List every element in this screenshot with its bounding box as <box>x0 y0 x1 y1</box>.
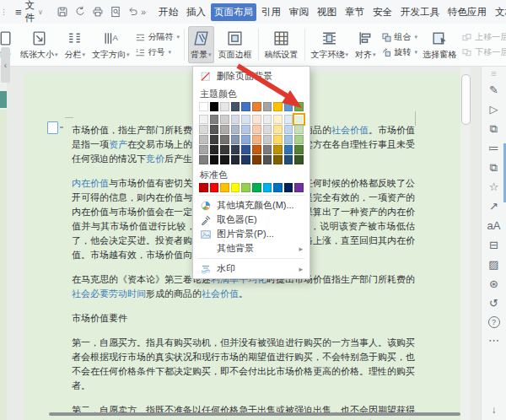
theme-tint-swatch[interactable] <box>294 135 304 144</box>
theme-tint-swatch[interactable] <box>210 145 219 154</box>
theme-tint-swatch[interactable] <box>284 155 293 164</box>
theme-tint-swatch[interactable] <box>284 145 293 154</box>
standard-color-swatch[interactable] <box>273 183 283 192</box>
tab-references[interactable]: 引用 <box>258 3 284 21</box>
select-cursor-icon[interactable]: ▷ <box>487 103 501 116</box>
theme-tint-swatch[interactable] <box>231 115 240 124</box>
star-icon[interactable]: ☆ <box>487 180 501 194</box>
help-circle-icon[interactable]: ? <box>488 316 500 328</box>
pages-icon[interactable]: ⧉ <box>487 161 501 175</box>
theme-tint-swatch[interactable] <box>241 155 250 164</box>
coin-icon[interactable]: ⊛ <box>487 277 501 291</box>
collapse-panel-handle[interactable]: ‹ <box>1 47 10 83</box>
tab-security[interactable]: 安全 <box>369 3 396 21</box>
save-icon[interactable] <box>57 6 68 18</box>
ribbon-paper-size-button[interactable]: 纸张大小▾ <box>18 26 61 63</box>
bookmark-marker-icon[interactable] <box>47 121 58 134</box>
theme-tint-swatch[interactable] <box>263 125 272 134</box>
theme-tint-swatch[interactable] <box>263 115 272 124</box>
tab-insert[interactable]: 插入 <box>183 3 209 21</box>
menu-item-picture-background[interactable]: 图片背景(P)... <box>193 227 310 241</box>
translate-icon[interactable]: aA <box>487 219 501 233</box>
theme-tint-swatch[interactable] <box>263 145 272 154</box>
ribbon-bring-forward-button[interactable]: 上移一层▾ <box>461 31 506 43</box>
theme-tint-swatch[interactable] <box>284 115 293 124</box>
ribbon-send-backward-button[interactable]: 下移一层▾ <box>461 46 506 58</box>
hyperlink[interactable]: 资产 <box>109 139 127 149</box>
theme-tint-swatch[interactable] <box>199 115 208 124</box>
ribbon-breaks-button[interactable]: 分隔符▾ <box>135 31 180 43</box>
ribbon-text-direction-button[interactable]: A文字方向▾ <box>89 26 132 63</box>
theme-color-swatch[interactable] <box>294 102 304 111</box>
theme-tint-swatch[interactable] <box>241 135 250 144</box>
theme-tint-swatch[interactable] <box>199 145 208 154</box>
tab-page-layout[interactable]: 页面布局 <box>211 3 256 21</box>
tab-review[interactable]: 审阅 <box>286 3 312 21</box>
theme-color-swatch[interactable] <box>210 102 219 111</box>
theme-tint-swatch[interactable] <box>294 155 304 164</box>
theme-tint-swatch[interactable] <box>273 145 283 154</box>
tab-developer[interactable]: 开发工具 <box>397 3 443 21</box>
theme-color-swatch[interactable] <box>220 102 229 111</box>
standard-color-swatch[interactable] <box>199 183 208 192</box>
theme-tint-swatch[interactable] <box>294 145 304 154</box>
tab-home[interactable]: 开始 <box>155 3 181 21</box>
history-icon[interactable]: ↺ <box>487 297 501 310</box>
theme-tint-swatch[interactable] <box>199 155 208 164</box>
hyperlink[interactable]: 内在价值 <box>72 178 109 188</box>
standard-color-swatch[interactable] <box>231 183 240 192</box>
theme-tint-swatch[interactable] <box>231 135 240 144</box>
edit-pen-icon[interactable]: ✎ <box>487 83 501 97</box>
theme-tint-swatch[interactable] <box>284 135 293 144</box>
ribbon-background-button[interactable]: 背景▾ <box>188 26 214 63</box>
standard-color-swatch[interactable] <box>263 183 272 192</box>
theme-color-swatch[interactable] <box>284 102 293 111</box>
hyperlink[interactable]: 社会必要劳动时间 <box>72 288 146 299</box>
theme-tint-swatch[interactable] <box>220 125 229 134</box>
ribbon-selection-pane-button[interactable]: 选择窗格 <box>420 26 459 63</box>
file-menu-button[interactable]: ≡ 文件 ∨ <box>12 0 46 26</box>
export-icon[interactable] <box>74 6 86 18</box>
menu-item-eyedropper[interactable]: 取色器(E) <box>193 213 310 227</box>
theme-color-swatch[interactable] <box>263 102 272 111</box>
tab-view[interactable]: 视图 <box>314 3 340 21</box>
theme-tint-swatch[interactable] <box>273 115 283 124</box>
theme-tint-swatch[interactable] <box>273 155 283 164</box>
theme-color-swatch[interactable] <box>241 102 250 111</box>
vertical-scrollbar-thumb[interactable] <box>461 74 471 125</box>
down-arrow-icon[interactable]: ↓ <box>482 404 506 416</box>
theme-tint-swatch[interactable] <box>220 155 229 164</box>
theme-tint-swatch[interactable] <box>252 155 261 164</box>
hyperlink[interactable]: 社会价值 <box>331 125 369 135</box>
menu-item-more-backgrounds[interactable]: 其他背景▸ <box>193 241 310 256</box>
theme-tint-swatch[interactable] <box>241 115 250 124</box>
card-icon[interactable]: ⊟ <box>487 239 501 252</box>
standard-color-swatch[interactable] <box>294 183 304 192</box>
theme-color-swatch[interactable] <box>231 102 240 111</box>
more-dots-icon[interactable]: ⋯ <box>487 334 501 347</box>
theme-tint-swatch[interactable] <box>294 115 304 124</box>
undo-icon[interactable] <box>127 6 139 18</box>
theme-tint-swatch[interactable] <box>252 135 261 144</box>
standard-color-swatch[interactable] <box>241 183 250 192</box>
theme-tint-swatch[interactable] <box>241 145 250 154</box>
horizontal-scrollbar-thumb[interactable] <box>49 412 460 416</box>
theme-tint-swatch[interactable] <box>231 155 240 164</box>
ribbon-rotate-button[interactable]: 旋转▾ <box>381 46 418 58</box>
menu-item-more-fill-colors[interactable]: 其他填充颜色(M)... <box>193 198 310 213</box>
tab-special-features[interactable]: 特色应用 <box>444 3 490 21</box>
theme-tint-swatch[interactable] <box>199 135 208 144</box>
ribbon-page-border-button[interactable]: 页面边框 <box>216 26 255 63</box>
theme-tint-swatch[interactable] <box>294 125 304 134</box>
theme-color-swatch[interactable] <box>199 102 208 111</box>
share-icon[interactable]: ↗ <box>487 200 501 213</box>
theme-tint-swatch[interactable] <box>231 125 240 134</box>
theme-tint-swatch[interactable] <box>210 155 219 164</box>
theme-tint-swatch[interactable] <box>263 135 272 144</box>
print-preview-icon[interactable] <box>110 6 121 18</box>
theme-tint-swatch[interactable] <box>199 125 208 134</box>
theme-tint-swatch[interactable] <box>273 125 283 134</box>
theme-tint-swatch[interactable] <box>231 145 240 154</box>
ribbon-align-button[interactable]: 对齐▾ <box>353 26 379 63</box>
theme-tint-swatch[interactable] <box>220 145 229 154</box>
